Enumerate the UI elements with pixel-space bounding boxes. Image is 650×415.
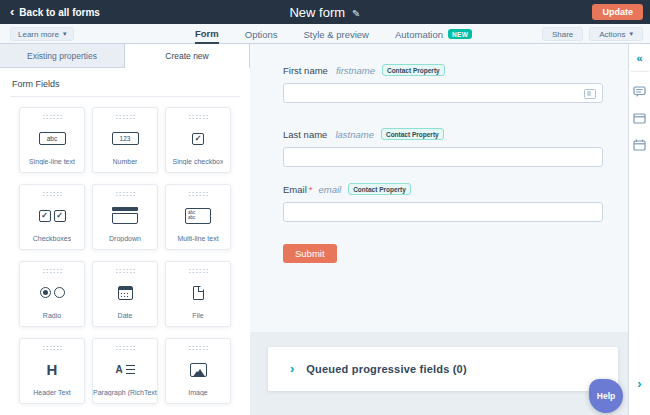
number-icon: 123 (112, 128, 139, 150)
drag-handle-icon (188, 345, 209, 350)
comments-icon[interactable] (633, 86, 646, 98)
field-type-grid: abc Single-line text 123 Number ✓ (19, 107, 231, 404)
firstname-input[interactable] (283, 83, 603, 103)
calendar-icon[interactable] (633, 139, 646, 151)
field-card-date[interactable]: Date (92, 261, 158, 327)
field-card-header-text[interactable]: H Header Text (19, 338, 85, 404)
main-tabs: Form Options Style & preview Automation … (195, 24, 472, 44)
queued-progressive-fields-label: Queued progressive fields (0) (306, 363, 466, 375)
divider (631, 71, 649, 72)
actions-label: Actions (599, 30, 625, 39)
tab-options[interactable]: Options (245, 24, 278, 44)
update-button[interactable]: Update (592, 4, 643, 20)
drag-handle-icon (115, 268, 136, 273)
header-text-icon: H (47, 359, 58, 381)
drag-handle-icon (188, 268, 209, 273)
toolbar-right: Share Actions ▾ (542, 27, 643, 41)
form-title-wrap: New form✎ (0, 5, 650, 20)
single-line-text-icon: abc (39, 128, 66, 150)
form-preview: First name firstname Contact Property La… (250, 44, 628, 415)
actions-button[interactable]: Actions ▾ (589, 27, 643, 41)
tab-automation[interactable]: Automation NEW (395, 24, 472, 44)
right-rail: « › (628, 44, 650, 415)
field-card-image[interactable]: Image (165, 338, 231, 404)
field-card-label: Header Text (33, 389, 71, 396)
edit-title-icon[interactable]: ✎ (352, 8, 360, 19)
drag-handle-icon (42, 268, 63, 273)
field-card-label: Multi-line text (177, 235, 218, 242)
topbar: ‹ Back to all forms New form✎ Update (0, 0, 650, 24)
field-card-multi-line-text[interactable]: abcabc Multi-line text (165, 184, 231, 250)
field-card-label: Number (113, 158, 138, 165)
field-internal-name: email (318, 184, 341, 195)
field-card-number[interactable]: 123 Number (92, 107, 158, 173)
contact-property-badge: Contact Property (381, 128, 444, 140)
field-internal-name: firstname (336, 65, 375, 76)
page-title: New form (289, 5, 345, 20)
drag-handle-icon (42, 345, 63, 350)
field-card-label: Date (118, 312, 133, 319)
learn-more-button[interactable]: Learn more ▾ (10, 27, 74, 41)
drag-handle-icon (115, 191, 136, 196)
checkboxes-icon: ✓ ✓ (39, 205, 66, 227)
share-button[interactable]: Share (542, 27, 583, 41)
radio-icon (40, 282, 65, 304)
divider (10, 96, 240, 97)
main-area: Existing properties Create new Form Fiel… (0, 44, 650, 415)
multi-line-text-icon: abcabc (185, 205, 211, 227)
tab-style-preview[interactable]: Style & preview (304, 24, 369, 44)
lastname-input[interactable] (283, 147, 603, 167)
field-internal-name: lastname (335, 129, 374, 140)
contact-property-badge: Contact Property (348, 183, 411, 195)
drag-handle-icon (188, 191, 209, 196)
tab-form[interactable]: Form (195, 24, 219, 44)
field-label: Email (283, 184, 307, 195)
field-card-paragraph-richtext[interactable]: A Paragraph (RichText) (92, 338, 158, 404)
drag-handle-icon (115, 345, 136, 350)
lastname-field-row: Last name lastname Contact Property (283, 128, 603, 167)
queued-progressive-fields-section[interactable]: › Queued progressive fields (0) (268, 347, 618, 391)
chevron-down-icon: ▾ (63, 30, 67, 38)
tab-existing-properties[interactable]: Existing properties (0, 44, 124, 67)
required-asterisk: * (309, 184, 313, 195)
single-checkbox-icon: ✓ (192, 128, 204, 150)
field-card-label: Image (188, 389, 207, 396)
field-card-dropdown[interactable]: Dropdown (92, 184, 158, 250)
firstname-field-row: First name firstname Contact Property (283, 64, 603, 103)
personalization-token-icon[interactable] (584, 89, 596, 99)
submit-button[interactable]: Submit (283, 244, 337, 263)
expand-right-chevron-icon[interactable]: › (629, 376, 650, 391)
field-card-single-line-text[interactable]: abc Single-line text (19, 107, 85, 173)
field-card-file[interactable]: File (165, 261, 231, 327)
paragraph-richtext-icon: A (115, 359, 134, 381)
left-panel: Existing properties Create new Form Fiel… (0, 44, 250, 415)
field-card-label: Dropdown (109, 235, 141, 242)
collapse-panel-icon[interactable]: « (636, 52, 642, 64)
help-button[interactable]: Help (589, 379, 623, 413)
drag-handle-icon (42, 191, 63, 196)
file-icon (193, 282, 204, 304)
panel-tabs: Existing properties Create new (0, 44, 250, 68)
field-label: Last name (283, 129, 327, 140)
browser-window-icon[interactable] (633, 113, 646, 124)
field-card-single-checkbox[interactable]: ✓ Single checkbox (165, 107, 231, 173)
chevron-down-icon: ▾ (629, 30, 633, 38)
learn-more-label: Learn more (18, 30, 59, 39)
field-card-checkboxes[interactable]: ✓ ✓ Checkboxes (19, 184, 85, 250)
tab-create-new[interactable]: Create new (124, 44, 250, 68)
field-label: First name (283, 65, 328, 76)
image-icon (190, 359, 207, 381)
field-card-label: Radio (43, 312, 61, 319)
field-card-radio[interactable]: Radio (19, 261, 85, 327)
new-badge: NEW (448, 29, 472, 39)
dropdown-icon (112, 205, 138, 227)
form-fields-heading: Form Fields (0, 68, 250, 96)
field-card-label: File (192, 312, 203, 319)
expand-chevron-icon[interactable]: › (290, 363, 294, 375)
field-card-label: Single-line text (29, 158, 75, 165)
drag-handle-icon (188, 114, 209, 119)
tab-automation-label: Automation (395, 29, 443, 40)
field-card-label: Checkboxes (33, 235, 72, 242)
contact-property-badge: Contact Property (382, 64, 445, 76)
email-input[interactable] (283, 202, 603, 222)
